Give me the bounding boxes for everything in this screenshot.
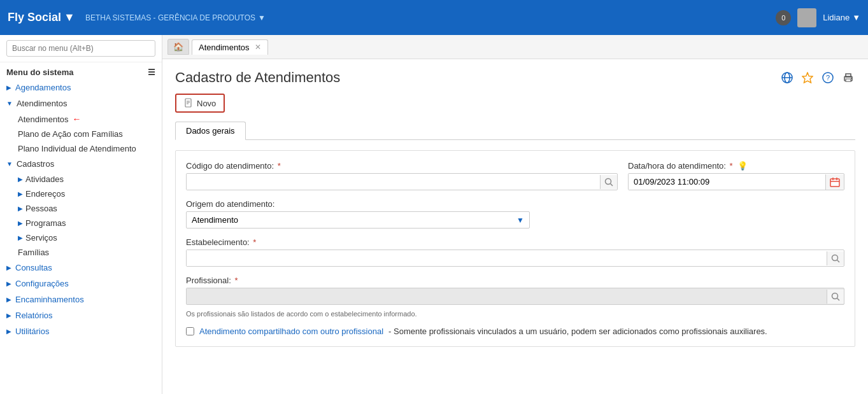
document-icon: [184, 98, 193, 108]
arrow-icon: ▶: [18, 176, 23, 183]
profissional-input[interactable]: [187, 288, 827, 304]
checkbox-label-rest: - Somente profissionais vinculados a um …: [388, 327, 767, 336]
sidebar-item-relatorios[interactable]: ▶ Relatórios: [0, 307, 162, 323]
field-codigo: Código do atendimento: *: [186, 161, 618, 190]
sidebar-item-configuracoes[interactable]: ▶ Configurações: [0, 276, 162, 292]
notification-badge[interactable]: 0: [776, 10, 791, 25]
svg-point-20: [832, 255, 838, 260]
globe-icon[interactable]: [780, 71, 794, 85]
origem-select-wrapper: Atendimento Triagem Demanda Espontânea ▼: [186, 211, 530, 229]
help-icon[interactable]: ?: [821, 71, 835, 85]
arrow-icon: ▶: [6, 328, 11, 335]
sidebar-subitem-atividades[interactable]: ▶ Atividades: [0, 172, 162, 186]
brand[interactable]: Fly Social ▼: [8, 11, 75, 24]
arrow-icon: ▶: [6, 296, 11, 303]
form-row-3: Estabelecimento: *: [186, 237, 844, 267]
sidebar-subitem-pessoas[interactable]: ▶ Pessoas: [0, 201, 162, 216]
form-row-1: Código do atendimento: * Data/hora d: [186, 161, 844, 190]
field-estabelecimento: Estabelecimento: *: [186, 237, 844, 267]
sidebar-subitem-plano-acao[interactable]: Plano de Ação com Famílias: [0, 127, 162, 141]
estabelecimento-input[interactable]: [187, 250, 827, 266]
tab-atendimentos[interactable]: Atendimentos ✕: [192, 39, 268, 55]
org-name[interactable]: BETHA SISTEMAS - GERÊNCIA DE PRODUTOS ▼: [85, 13, 266, 22]
arrow-icon: ▶: [6, 312, 11, 319]
svg-marker-3: [802, 73, 813, 83]
tabs-bar: 🏠 Atendimentos ✕: [162, 35, 868, 59]
codigo-search-icon[interactable]: [600, 175, 617, 189]
sidebar-subitem-servicos[interactable]: ▶ Serviços: [0, 230, 162, 245]
arrow-icon: ▶: [6, 84, 11, 91]
sidebar-search-wrapper: [0, 35, 162, 62]
arrow-icon: ▶: [18, 220, 23, 227]
arrow-icon: ▶: [18, 190, 23, 197]
arrow-icon: ▶: [6, 280, 11, 287]
form-row-4: Profissional: * Os profissionais são lis…: [186, 276, 844, 318]
estabelecimento-label: Estabelecimento: *: [186, 237, 844, 247]
form-tabs: Dados gerais: [175, 122, 855, 140]
sidebar-item-cadastros[interactable]: ▼ Cadastros: [0, 156, 162, 172]
star-icon[interactable]: [800, 71, 815, 85]
novo-button[interactable]: Novo: [175, 94, 225, 113]
estabelecimento-required: *: [253, 237, 256, 247]
sidebar-item-atendimentos[interactable]: ▼ Atendimentos: [0, 95, 162, 111]
sidebar-collapse-icon[interactable]: ☰: [148, 67, 155, 77]
sidebar-subitem-plano-individual[interactable]: Plano Individual de Atendimento: [0, 141, 162, 156]
svg-rect-16: [830, 179, 839, 186]
data-hora-label: Data/hora do atendimento: * 💡: [628, 161, 844, 171]
codigo-required: *: [278, 161, 281, 171]
home-icon: 🏠: [173, 42, 183, 52]
page-title-row: Cadastro de Atendimentos ?: [175, 69, 855, 86]
print-icon[interactable]: [841, 71, 855, 85]
calendar-icon[interactable]: [825, 174, 844, 190]
active-arrow-icon: ←: [73, 114, 82, 124]
codigo-input[interactable]: [187, 174, 600, 190]
username[interactable]: Lidiane ▼: [823, 13, 860, 22]
data-hora-input[interactable]: [629, 174, 825, 190]
codigo-label: Código do atendimento: *: [186, 161, 618, 171]
sidebar-item-agendamentos[interactable]: ▶ Agendamentos: [0, 80, 162, 95]
form-section: Código do atendimento: * Data/hora d: [175, 150, 855, 347]
profissional-required: *: [234, 276, 238, 285]
svg-point-9: [851, 78, 852, 79]
data-hora-input-wrapper: [628, 173, 844, 190]
tab-dados-gerais[interactable]: Dados gerais: [175, 122, 246, 140]
tab-label: Atendimentos: [199, 43, 250, 52]
home-tab[interactable]: 🏠: [167, 39, 189, 55]
brand-text: Fly Social: [8, 11, 61, 24]
svg-line-15: [611, 183, 613, 186]
profissional-input-wrapper: [186, 288, 844, 305]
estabelecimento-search-icon[interactable]: [827, 251, 844, 265]
sidebar-subitem-programas[interactable]: ▶ Programas: [0, 216, 162, 230]
field-profissional: Profissional: * Os profissionais são lis…: [186, 276, 844, 318]
search-input[interactable]: [6, 40, 155, 57]
sidebar: Menu do sistema ☰ ▶ Agendamentos ▼ Atend…: [0, 35, 162, 394]
sidebar-item-encaminhamentos[interactable]: ▶ Encaminhamentos: [0, 292, 162, 307]
arrow-icon: ▶: [18, 234, 23, 241]
page-content: Cadastro de Atendimentos ?: [162, 59, 868, 394]
sidebar-item-utilitarios[interactable]: ▶ Utilitários: [0, 323, 162, 339]
arrow-icon: ▼: [6, 100, 13, 107]
sidebar-subitem-familias[interactable]: Famílias: [0, 245, 162, 260]
sidebar-subitem-atendimentos[interactable]: Atendimentos ←: [0, 111, 162, 127]
arrow-icon: ▶: [18, 205, 23, 212]
svg-point-14: [606, 178, 611, 184]
sidebar-item-consultas[interactable]: ▶ Consultas: [0, 260, 162, 276]
origem-select[interactable]: Atendimento Triagem Demanda Espontânea: [187, 212, 511, 228]
sidebar-subitem-enderecos[interactable]: ▶ Endereços: [0, 186, 162, 201]
main-layout: Menu do sistema ☰ ▶ Agendamentos ▼ Atend…: [0, 35, 868, 394]
tab-close-icon[interactable]: ✕: [255, 43, 261, 52]
profissional-search-icon[interactable]: [827, 290, 844, 304]
brand-caret: ▼: [64, 11, 75, 24]
svg-point-22: [832, 293, 838, 299]
profissional-hint: Os profissionais são listados de acordo …: [186, 310, 844, 318]
atendimento-compartilhado-checkbox[interactable]: [186, 327, 194, 335]
codigo-input-wrapper: [186, 173, 618, 190]
svg-line-23: [837, 298, 840, 300]
checkbox-label-link: Atendimento compartilhado com outro prof…: [199, 327, 383, 336]
form-row-2: Origem do atendimento: Atendimento Triag…: [186, 199, 844, 229]
arrow-icon: ▼: [6, 160, 13, 167]
arrow-icon: ▶: [6, 264, 11, 271]
info-icon[interactable]: 💡: [737, 161, 748, 171]
novo-label: Novo: [197, 99, 216, 108]
data-hora-required: *: [730, 161, 733, 171]
